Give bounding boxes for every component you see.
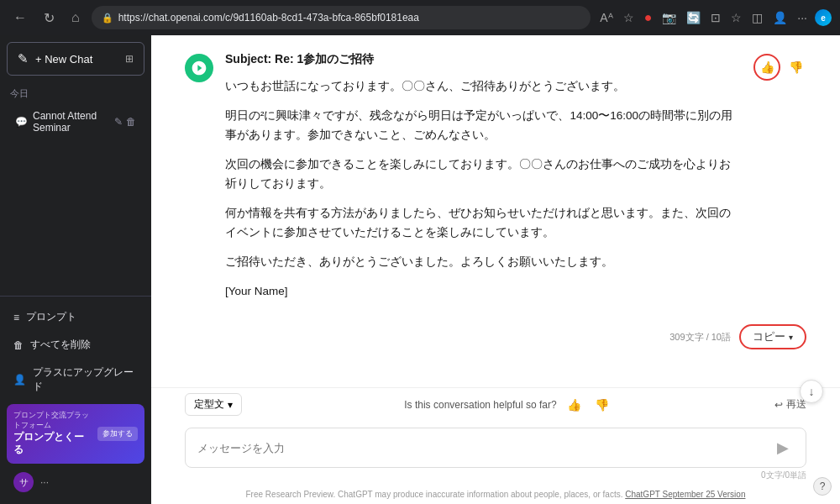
camera-icon[interactable]: 📷 xyxy=(659,8,679,27)
disclaimer-text: Free Research Preview. ChatGPT may produ… xyxy=(246,490,623,499)
delete-all-menu-item[interactable]: 🗑 すべてを削除 xyxy=(7,331,144,359)
scroll-down-button[interactable]: ↓ xyxy=(800,380,823,403)
lock-icon: 🔒 xyxy=(102,13,113,24)
chat-item-text: Cannot Attend Seminar xyxy=(33,110,114,134)
upgrade-menu-item[interactable]: 👤 プラスにアップグレード xyxy=(7,359,144,401)
chevron-down-icon: ▾ xyxy=(789,333,793,342)
back-button[interactable]: ← xyxy=(8,7,32,29)
edit-icon[interactable]: ✎ xyxy=(114,116,123,128)
trash-icon: 🗑 xyxy=(13,339,24,351)
browser-chrome: ← ↻ ⌂ 🔒 https://chat.openai.com/c/9d1160… xyxy=(0,0,840,35)
feedback-row: Is this conversation helpful so far? 👍 👎 xyxy=(404,395,612,415)
collections-icon[interactable]: ◫ xyxy=(749,8,765,27)
copy-button[interactable]: コピー ▾ xyxy=(739,324,806,349)
menu-icon: ≡ xyxy=(13,312,19,323)
feedback-thumbs-up[interactable]: 👍 xyxy=(564,395,585,415)
plus-icon: ✎ xyxy=(18,51,29,66)
upgrade-badge[interactable]: 参加する xyxy=(97,427,138,441)
sidebar: ✎ + New Chat ⊞ 今日 💬 Cannot Attend Semina… xyxy=(0,35,151,504)
para1: いつもお世話になっております。〇〇さん、ご招待ありがとうございます。 xyxy=(225,77,742,97)
chat-item-label: 💬 Cannot Attend Seminar xyxy=(15,110,114,134)
message-text: いつもお世話になっております。〇〇さん、ご招待ありがとうございます。 明日の²に… xyxy=(225,77,742,301)
prompt-label: プロンプト xyxy=(26,310,76,324)
user-icon: 👤 xyxy=(13,374,26,386)
message-content: Subject: Re: 1参加のご招待 いつもお世話になっております。〇〇さん… xyxy=(225,52,742,311)
thumbs-down-button[interactable]: 👎 xyxy=(785,57,806,77)
refresh-ext-icon[interactable]: 🔄 xyxy=(684,8,703,27)
chat-main: Subject: Re: 1参加のご招待 いつもお世話になっております。〇〇さん… xyxy=(151,35,840,504)
help-button[interactable]: ? xyxy=(813,477,832,496)
today-label: 今日 xyxy=(0,82,151,103)
user-initial: サ xyxy=(19,476,29,489)
shield-icon[interactable]: ● xyxy=(642,8,655,28)
assistant-icon xyxy=(185,54,213,82)
bookmark-icon[interactable]: ☆ xyxy=(621,8,637,27)
refresh-button[interactable]: ↻ xyxy=(39,7,60,29)
template-button[interactable]: 定型文 ▾ xyxy=(185,393,242,416)
message-row: Subject: Re: 1参加のご招待 いつもお世話になっております。〇〇さん… xyxy=(185,52,806,311)
para3: 次回の機会に参加できることを楽しみにしております。〇〇さんのお仕事へのご成功を心… xyxy=(225,155,742,194)
resend-button[interactable]: ↩ 再送 xyxy=(774,397,806,412)
favorites-icon[interactable]: ☆ xyxy=(728,8,744,27)
para2: 明日の²に興味津々ですが、残念ながら明日は予定がいっぱいで、14:00〜16:0… xyxy=(225,107,742,145)
message-side-actions: 👍 👎 xyxy=(753,52,806,311)
profile-icon[interactable]: 👤 xyxy=(770,8,790,27)
input-hint: 0文字/0単語 xyxy=(185,468,806,483)
upgrade-label: プラスにアップグレード xyxy=(33,365,138,394)
browser-icons: Aᴬ ☆ ● 📷 🔄 ⊡ ☆ ◫ 👤 ··· e xyxy=(597,8,832,28)
banner-text: プロンプト交流プラットフォーム プロンプとくーる xyxy=(13,411,92,457)
thumbs-up-circle[interactable]: 👍 xyxy=(753,54,780,81)
app-container: ✎ + New Chat ⊞ 今日 💬 Cannot Attend Semina… xyxy=(0,35,840,504)
para4: 何か情報を共有する方法がありましたら、ぜひお知らせいただければと思います。また、… xyxy=(225,204,742,243)
url-text: https://chat.openai.com/c/9d1160ab-8cd1-… xyxy=(118,12,419,24)
char-count: 309文字 / 10語 xyxy=(669,331,731,344)
input-area: ▶ 0文字/0単語 xyxy=(151,421,840,486)
copy-label: コピー xyxy=(753,329,785,344)
resend-icon: ↩ xyxy=(774,399,783,411)
new-chat-button[interactable]: ✎ + New Chat ⊞ xyxy=(7,42,144,76)
delete-all-label: すべてを削除 xyxy=(30,338,91,352)
new-chat-label: + New Chat xyxy=(35,53,92,66)
more-icon[interactable]: ··· xyxy=(795,8,810,27)
send-button[interactable]: ▶ xyxy=(772,437,794,459)
upgrade-banner[interactable]: プロンプト交流プラットフォーム プロンプとくーる 参加する xyxy=(7,404,144,464)
chat-icon: 💬 xyxy=(15,116,28,128)
feedback-text: Is this conversation helpful so far? xyxy=(404,399,556,411)
disclaimer: Free Research Preview. ChatGPT may produ… xyxy=(151,486,840,504)
thumb-actions: 👍 👎 xyxy=(753,54,806,81)
template-label: 定型文 xyxy=(194,397,224,412)
input-box: ▶ xyxy=(185,428,806,468)
new-chat-icon2: ⊞ xyxy=(125,53,134,65)
chat-item-cannot-attend[interactable]: 💬 Cannot Attend Seminar ✎ 🗑 xyxy=(5,103,146,140)
bottom-toolbar: 定型文 ▾ Is this conversation helpful so fa… xyxy=(151,387,840,421)
delete-icon[interactable]: 🗑 xyxy=(126,116,136,128)
sidebar-bottom: ≡ プロンプト 🗑 すべてを削除 👤 プラスにアップグレード プロンプト交流プラ… xyxy=(0,296,151,504)
para5: ご招待いただき、ありがとうございました。よろしくお願いいたします。 xyxy=(225,253,742,272)
split-icon[interactable]: ⊡ xyxy=(708,8,723,27)
signature: [Your Name] xyxy=(225,282,742,302)
user-avatar: サ xyxy=(13,472,34,492)
disclaimer-link[interactable]: ChatGPT September 25 Version xyxy=(625,490,745,499)
prompt-menu-item[interactable]: ≡ プロンプト xyxy=(7,303,144,331)
message-subject: Subject: Re: 1参加のご招待 xyxy=(225,52,742,67)
url-bar[interactable]: 🔒 https://chat.openai.com/c/9d1160ab-8cd… xyxy=(92,6,591,29)
message-input[interactable] xyxy=(197,442,764,454)
home-button[interactable]: ⌂ xyxy=(66,7,85,29)
chat-item-actions: ✎ 🗑 xyxy=(114,116,136,128)
messages-area: Subject: Re: 1参加のご招待 いつもお世話になっております。〇〇さん… xyxy=(151,35,840,387)
more-options-icon[interactable]: ··· xyxy=(40,476,49,488)
feedback-thumbs-down[interactable]: 👎 xyxy=(591,395,612,415)
edge-icon: e xyxy=(815,9,832,26)
template-chevron: ▾ xyxy=(228,399,233,411)
send-icon: ▶ xyxy=(777,439,789,456)
user-profile-row[interactable]: サ ··· xyxy=(7,467,144,497)
read-icon[interactable]: Aᴬ xyxy=(597,8,615,27)
copy-row: 309文字 / 10語 コピー ▾ xyxy=(185,324,806,349)
